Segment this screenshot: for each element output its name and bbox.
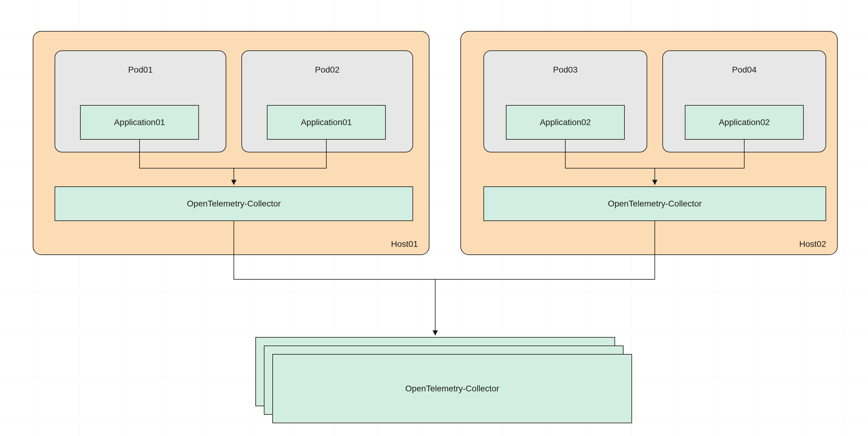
edge-app2-merge <box>234 140 326 168</box>
diagram-layer: Host01 Pod01 Application01 Pod02 Applica… <box>0 0 868 436</box>
diagram-canvas: Host01 Pod01 Application01 Pod02 Applica… <box>0 0 868 436</box>
edge-hostcol1-merge <box>234 221 435 279</box>
edge-hostcol2-merge <box>435 221 655 279</box>
edges-layer <box>0 0 868 436</box>
edge-app3-merge <box>565 140 655 168</box>
edge-app1-merge <box>140 140 234 168</box>
edge-app4-merge <box>655 140 744 168</box>
